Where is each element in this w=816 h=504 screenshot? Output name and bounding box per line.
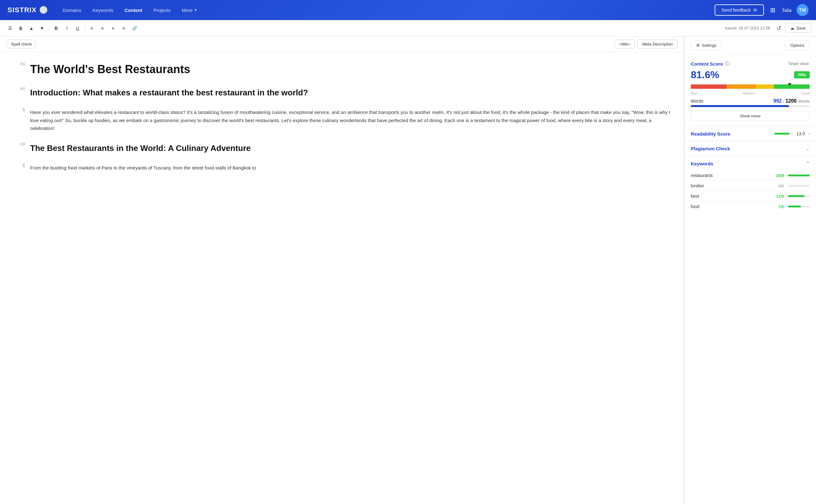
apps-grid-icon[interactable]: ⊞ (769, 5, 777, 15)
nav-domains[interactable]: Domains (58, 5, 86, 15)
editor-toolbar: ☰ 🗑 ▲ ▼ B I U ≡ ≡ ≡ ≡ 🔗 Saved: 26.07.202… (0, 20, 816, 36)
score-bar (691, 84, 810, 89)
paragraph-content-1[interactable]: Have you ever wondered what elevates a r… (30, 106, 671, 135)
navbar-right: Send feedback ✉ ⊞ Talia TW (715, 4, 808, 16)
editor-area: Spell check <title> Meta Description H1 … (0, 36, 684, 504)
content-score-header: Content Score ⓘ Target value: (691, 61, 810, 67)
italic-button[interactable]: I (62, 23, 72, 33)
bar-label-good: Good (801, 91, 810, 95)
keyword-bar-fill (788, 174, 810, 176)
h2-text-2[interactable]: The Best Restaurants in the World: A Cul… (30, 142, 671, 154)
readability-bar (774, 133, 793, 135)
nav-projects[interactable]: Projects (148, 5, 175, 15)
underline-button[interactable]: U (72, 23, 83, 33)
h2-label-1: H2 (13, 84, 25, 91)
toolbar-center: Saved: 26.07.2023 12:58 ↺ (725, 24, 784, 33)
paragraph-label-2: ¶ (13, 161, 25, 169)
main-layout: Spell check <title> Meta Description H1 … (0, 36, 816, 504)
keyword-count: 0/6 (770, 184, 784, 188)
h2-content-1[interactable]: Introduction: What makes a restaurant th… (30, 84, 671, 101)
readability-section[interactable]: Readability Score 13.0 › (684, 126, 816, 141)
logo-text: SISTRIX (8, 6, 37, 14)
delete-button[interactable]: 🗑 (16, 23, 26, 33)
chevron-down-icon: ▼ (194, 8, 197, 12)
words-bar (691, 105, 810, 107)
align-left-button[interactable]: ≡ (87, 23, 97, 33)
saved-timestamp: Saved: 26.07.2023 12:58 (725, 26, 770, 30)
keyword-name: food (691, 204, 766, 209)
words-row: Words 992 / 1200 Words (691, 95, 810, 105)
gear-icon: ⚙ (696, 43, 700, 48)
paragraph-block-1: ¶ Have you ever wondered what elevates a… (13, 106, 671, 135)
content-score-title: Content Score ⓘ (691, 61, 729, 67)
nav-links: Domains Keywords Content Projects More ▼ (58, 5, 715, 15)
target-badge: 75% (794, 71, 810, 78)
info-icon[interactable]: ⓘ (725, 61, 729, 67)
keyword-row-food: food 7/2 (691, 201, 810, 212)
plagiarism-section[interactable]: Plagiarism Check ⌄ (684, 141, 816, 156)
settings-button[interactable]: ⚙ Settings (691, 40, 722, 51)
nav-keywords[interactable]: Keywords (88, 5, 118, 15)
send-feedback-button[interactable]: Send feedback ✉ (715, 4, 764, 16)
spell-check-button[interactable]: Spell check (6, 40, 36, 49)
keyword-bar-fill (788, 206, 801, 207)
keyword-count: 7/2 (770, 204, 784, 209)
paragraph-label-1: ¶ (13, 106, 25, 113)
keyword-bar (788, 206, 810, 207)
hamburger-menu-button[interactable]: ☰ (5, 23, 15, 33)
align-center-button[interactable]: ≡ (97, 23, 107, 33)
paragraph-text-2[interactable]: From the bustling food markets of Paris … (30, 164, 671, 172)
bold-button[interactable]: B (51, 23, 61, 33)
toolbar-right: ☁ Save (785, 24, 811, 33)
editor-secondary-toolbar: Spell check <title> Meta Description (0, 36, 684, 52)
title-meta-button[interactable]: <title> (615, 40, 635, 49)
editor-content: H1 The World's Best Restaurants H2 Intro… (0, 52, 684, 187)
content-score-value: 81.6% (691, 69, 719, 81)
h1-text[interactable]: The World's Best Restaurants (30, 62, 671, 77)
nav-more[interactable]: More ▼ (177, 5, 202, 15)
chevron-down-icon: ⌄ (806, 146, 810, 152)
readability-right: 13.0 › (774, 131, 810, 137)
mail-icon: ✉ (753, 8, 757, 13)
h1-label: H1 (13, 60, 25, 66)
bar-label-bad: Bad (691, 91, 697, 95)
undo-button[interactable]: ↺ (774, 24, 784, 33)
options-button[interactable]: Options (785, 40, 810, 51)
h2-content-2[interactable]: The Best Restaurants in the World: A Cul… (30, 140, 671, 156)
save-button[interactable]: ☁ Save (785, 24, 811, 33)
keyword-bar (788, 174, 810, 176)
move-down-button[interactable]: ▼ (37, 23, 47, 33)
nav-content[interactable]: Content (120, 5, 148, 15)
words-label: Words (691, 99, 703, 104)
words-unit: Words (798, 99, 810, 104)
sidebar: ⚙ Settings Options Content Score ⓘ Targe… (684, 36, 816, 504)
keyword-name: best (691, 194, 766, 199)
paragraph-text-1[interactable]: Have you ever wondered what elevates a r… (30, 108, 671, 132)
logo[interactable]: SISTRIX ⚪ (8, 6, 48, 14)
toolbar-divider (49, 24, 49, 32)
align-right-button[interactable]: ≡ (108, 23, 118, 33)
keywords-collapse-icon[interactable]: ⌃ (806, 161, 810, 167)
show-more-button[interactable]: Show more (691, 111, 810, 121)
h2-text-1[interactable]: Introduction: What makes a restaurant th… (30, 87, 671, 98)
h2-block-1: H2 Introduction: What makes a restaurant… (13, 84, 671, 101)
avatar[interactable]: TW (797, 4, 808, 16)
secondary-meta-buttons: <title> Meta Description (615, 40, 678, 49)
paragraph-block-2: ¶ From the bustling food markets of Pari… (13, 161, 671, 174)
sidebar-header: ⚙ Settings Options (684, 36, 816, 55)
paragraph-icon: ¶ (22, 108, 25, 113)
h1-content[interactable]: The World's Best Restaurants (30, 60, 671, 79)
justify-button[interactable]: ≡ (119, 23, 129, 33)
h2-block-2: H2 The Best Restaurants in the World: A … (13, 140, 671, 156)
keyword-name: london (691, 183, 766, 188)
meta-description-button[interactable]: Meta Description (637, 40, 678, 49)
navbar: SISTRIX ⚪ Domains Keywords Content Proje… (0, 0, 816, 20)
target-value-label: Target value: (788, 62, 810, 66)
paragraph-content-2[interactable]: From the bustling food markets of Paris … (30, 161, 671, 174)
link-button[interactable]: 🔗 (129, 23, 139, 33)
words-bar-fill (691, 105, 789, 107)
move-up-button[interactable]: ▲ (26, 23, 36, 33)
chevron-right-icon: › (808, 131, 810, 137)
keyword-count: 12/5 (770, 194, 784, 199)
keyword-bar (788, 185, 810, 187)
